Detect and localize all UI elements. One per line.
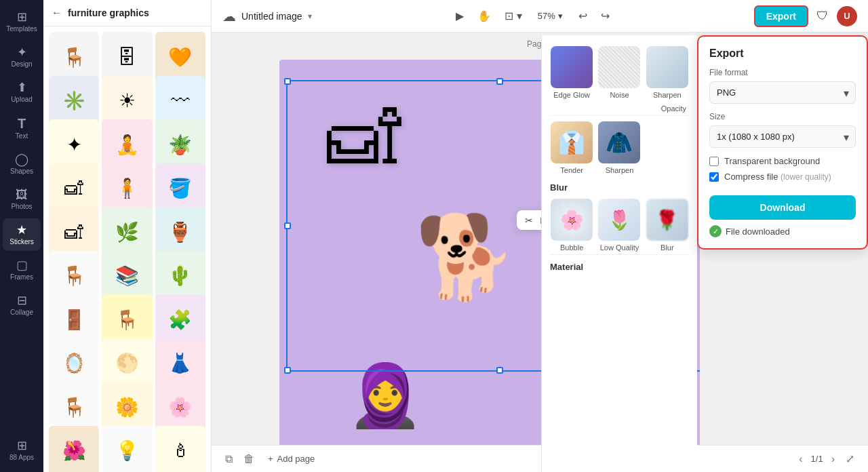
- asset-item[interactable]: ☀: [102, 76, 152, 126]
- download-button[interactable]: Download: [709, 195, 856, 220]
- sidebar-item-collage[interactable]: ⊟ Collage: [3, 289, 41, 321]
- sel-handle-bl[interactable]: [284, 367, 291, 374]
- effect-tender[interactable]: 👔 Tender: [550, 121, 593, 174]
- size-select[interactable]: 1x (1080 x 1080 px) 2x (2160 x 2160 px) …: [709, 125, 856, 148]
- transparent-bg-checkbox[interactable]: [709, 157, 719, 166]
- prev-page-btn[interactable]: ‹: [796, 450, 805, 468]
- effect-noise-label: Noise: [610, 91, 629, 99]
- asset-item[interactable]: 🪞: [49, 338, 99, 389]
- asset-item[interactable]: 🌵: [155, 251, 205, 301]
- fullscreen-btn[interactable]: ⤢: [843, 450, 857, 468]
- back-button[interactable]: ←: [52, 7, 62, 19]
- top-bar-right: Export 🛡 U: [754, 5, 857, 27]
- asset-item[interactable]: 💡: [102, 426, 152, 473]
- sidebar-item-frames[interactable]: ▢ Frames: [3, 254, 41, 286]
- file-format-label: File format: [709, 68, 856, 77]
- bottom-right: ‹ 1/1 › ⤢: [796, 450, 857, 468]
- sel-handle-bm[interactable]: [496, 367, 503, 374]
- sel-handle-ml[interactable]: [284, 222, 291, 229]
- sel-handle-tm[interactable]: [496, 78, 503, 85]
- sidebar-item-shapes[interactable]: ◯ Shapes: [3, 148, 41, 180]
- effect-edge-glow[interactable]: Edge Glow: [550, 46, 593, 99]
- girl-cloak-sticker: 🧕: [347, 365, 423, 426]
- asset-item[interactable]: 🏺: [155, 207, 205, 257]
- top-bar-center: ▶ ✋ ⊡ ▾ 57% ▾ ↩ ↪: [320, 7, 746, 25]
- sidebar-item-label: Text: [16, 132, 28, 140]
- hand-tool[interactable]: ✋: [473, 7, 495, 25]
- asset-item[interactable]: 🪴: [155, 119, 205, 170]
- export-button[interactable]: Export: [754, 5, 808, 27]
- asset-item[interactable]: 🗄: [102, 32, 152, 82]
- canvas-size-btn[interactable]: ⊡ ▾: [500, 7, 526, 25]
- asset-item[interactable]: 🌺: [49, 426, 99, 473]
- sidebar-item-design[interactable]: ✦ Design: [3, 41, 41, 73]
- sidebar: ⊞ Templates ✦ Design ⬆ Upload T Text ◯ S…: [0, 0, 43, 472]
- upload-icon: ⬆: [17, 81, 27, 94]
- redo-btn[interactable]: ↪: [597, 7, 614, 25]
- transparent-bg-label: Transparent background: [724, 156, 820, 166]
- asset-item[interactable]: 🪑: [49, 32, 99, 82]
- zoom-value: 57%: [538, 11, 555, 21]
- crop-tool-btn[interactable]: ✂: [525, 215, 533, 226]
- add-page-icon: +: [268, 454, 273, 464]
- delete-page-btn[interactable]: 🗑: [241, 450, 257, 468]
- asset-item[interactable]: ✳️: [49, 76, 99, 126]
- undo-btn[interactable]: ↩: [574, 7, 591, 25]
- asset-grid: 🪑 🗄 🧡 ✳️ ☀ 〰 ✦ 🧘 🪴 🛋 🧍 🪣 🛋 🌿 🏺 🪑 📚 🌵 🚪 🪑…: [43, 26, 211, 472]
- asset-item[interactable]: 📚: [102, 251, 152, 301]
- zoom-control[interactable]: 57% ▾: [532, 7, 569, 24]
- asset-item[interactable]: ✦: [49, 119, 99, 170]
- asset-item[interactable]: 🧘: [102, 119, 152, 170]
- opacity-label: Opacity: [661, 104, 686, 113]
- export-panel-inner: Export File format PNG JPG SVG PDF GIF ▾…: [698, 37, 867, 248]
- effect-blur[interactable]: 🌹 Blur: [646, 199, 689, 252]
- sidebar-item-upload[interactable]: ⬆ Upload: [3, 76, 41, 109]
- asset-item[interactable]: 🌕: [102, 338, 152, 389]
- asset-item[interactable]: 🪣: [155, 163, 205, 214]
- photos-icon: 🖼: [16, 189, 28, 201]
- file-format-select[interactable]: PNG JPG SVG PDF GIF: [709, 81, 856, 104]
- export-panel: Export File format PNG JPG SVG PDF GIF ▾…: [697, 35, 868, 250]
- duplicate-page-btn[interactable]: ⧉: [222, 450, 235, 468]
- compress-file-checkbox[interactable]: [709, 172, 719, 182]
- asset-item[interactable]: 🛋: [49, 207, 99, 257]
- asset-item[interactable]: 🧍: [102, 163, 152, 214]
- asset-item[interactable]: 〰: [155, 76, 205, 126]
- next-page-btn[interactable]: ›: [829, 450, 837, 468]
- asset-item[interactable]: 🧡: [155, 32, 205, 82]
- asset-item[interactable]: 🪑: [49, 251, 99, 301]
- effect-noise[interactable]: Noise: [597, 46, 641, 99]
- asset-item[interactable]: 🪑: [49, 382, 99, 432]
- effects-top-row: Edge Glow Noise Sharpen Opacity 👔 Tende: [542, 35, 697, 281]
- pointer-tool[interactable]: ▶: [452, 7, 468, 25]
- add-page-btn[interactable]: + Add page: [262, 451, 320, 467]
- asset-item[interactable]: 🪑: [102, 294, 152, 345]
- effect-sharpen-top[interactable]: Sharpen: [646, 46, 689, 99]
- asset-item[interactable]: 🌼: [102, 382, 152, 432]
- asset-item[interactable]: 🌸: [155, 382, 205, 432]
- asset-item[interactable]: 👗: [155, 338, 205, 389]
- asset-item[interactable]: 🕯: [155, 426, 205, 473]
- effect-blur-low-quality[interactable]: 🌷 Low Quality: [597, 199, 641, 252]
- sidebar-item-photos[interactable]: 🖼 Photos: [3, 183, 41, 216]
- asset-item[interactable]: 🧩: [155, 294, 205, 345]
- sel-handle-tl[interactable]: [284, 78, 291, 85]
- compress-file-label: Compress file (lower quality): [724, 172, 831, 182]
- asset-item[interactable]: 🛋: [49, 163, 99, 214]
- shield-icon[interactable]: 🛡: [814, 6, 831, 26]
- shapes-icon: ◯: [15, 153, 28, 165]
- asset-item[interactable]: 🌿: [102, 207, 152, 257]
- page-count: 1/1: [811, 454, 823, 464]
- sidebar-item-text[interactable]: T Text: [3, 111, 41, 145]
- effect-blur-bubble[interactable]: 🌸 Bubble: [550, 199, 593, 252]
- collage-icon: ⊟: [17, 294, 27, 307]
- sidebar-item-templates[interactable]: ⊞ Templates: [3, 5, 41, 38]
- sidebar-item-apps[interactable]: ⊞ 88 Apps: [3, 434, 41, 467]
- doc-chevron-icon[interactable]: ▾: [308, 12, 312, 21]
- user-avatar[interactable]: U: [837, 6, 857, 26]
- effect-bubble-label: Bubble: [560, 243, 583, 252]
- effect-sharpen-label: Sharpen: [606, 166, 634, 174]
- effect-sharpen[interactable]: 🧥 Sharpen: [597, 121, 641, 174]
- sidebar-item-stickers[interactable]: ★ Stickers: [3, 218, 41, 251]
- asset-item[interactable]: 🚪: [49, 294, 99, 345]
